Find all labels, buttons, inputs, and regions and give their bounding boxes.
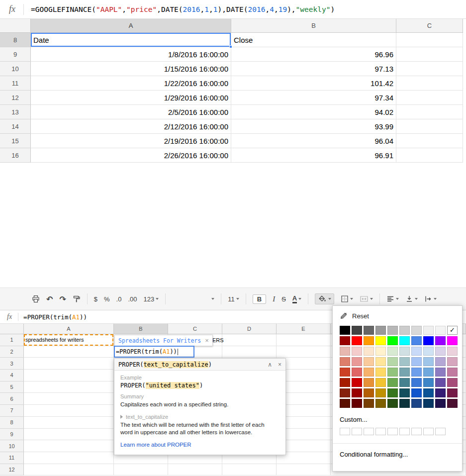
- color-swatch-ffffff[interactable]: ✓: [447, 326, 458, 335]
- color-swatch-a64d79[interactable]: [447, 378, 458, 387]
- borders-button[interactable]: [341, 295, 353, 303]
- row-header-8[interactable]: 8: [0, 417, 24, 429]
- color-swatch-f9cb9c[interactable]: [364, 357, 374, 366]
- color-swatch-c9daf8[interactable]: [411, 347, 422, 356]
- cell-E2[interactable]: [277, 346, 331, 358]
- custom-swatch[interactable]: [435, 428, 446, 435]
- row-header-4[interactable]: 4: [0, 370, 24, 381]
- color-swatch-9fc5e8[interactable]: [423, 357, 434, 366]
- color-swatch-4c1130[interactable]: [447, 399, 458, 408]
- row-header-10[interactable]: 10: [0, 62, 31, 76]
- color-swatch-783f04[interactable]: [364, 399, 374, 408]
- color-swatch-674ea7[interactable]: [435, 378, 446, 387]
- cell-B13[interactable]: 94.02: [231, 105, 396, 119]
- cell-A9[interactable]: 1/8/2016 16:00:00: [31, 47, 231, 62]
- color-swatch-ff00ff[interactable]: [447, 336, 458, 345]
- custom-swatch[interactable]: [387, 428, 398, 435]
- row-header-1[interactable]: 1: [0, 334, 24, 346]
- cell-A6[interactable]: [24, 393, 114, 405]
- color-swatch-f3f3f3[interactable]: [435, 326, 446, 335]
- color-swatch-741b47[interactable]: [447, 388, 458, 397]
- column-header-e[interactable]: E: [277, 324, 331, 334]
- cell-A9[interactable]: [24, 429, 114, 441]
- row-header-11[interactable]: 11: [0, 452, 24, 464]
- cell-D2[interactable]: [222, 346, 277, 358]
- cell-C15[interactable]: [396, 134, 463, 148]
- color-swatch-0b5394[interactable]: [423, 388, 434, 397]
- column-header-c[interactable]: C: [396, 19, 463, 33]
- cell-C10[interactable]: [396, 62, 463, 76]
- cell-C12[interactable]: [168, 464, 222, 476]
- cell-A7[interactable]: [24, 405, 114, 417]
- color-swatch-20124d[interactable]: [435, 399, 446, 408]
- number-format-button[interactable]: 123: [144, 295, 159, 303]
- color-swatch-e06666[interactable]: [352, 368, 362, 377]
- color-swatch-999999[interactable]: [375, 326, 386, 335]
- color-swatch-00ff00[interactable]: [387, 336, 398, 345]
- color-swatch-274e13[interactable]: [387, 399, 398, 408]
- cell-B8[interactable]: Close: [231, 33, 396, 47]
- color-swatch-00ffff[interactable]: [399, 336, 410, 345]
- color-swatch-cc0000[interactable]: [352, 378, 362, 387]
- color-swatch-b45f06[interactable]: [364, 388, 374, 397]
- color-swatch-134f5c[interactable]: [399, 388, 410, 397]
- custom-swatch[interactable]: [340, 428, 350, 435]
- color-swatch-073763[interactable]: [423, 399, 434, 408]
- custom-swatch[interactable]: [423, 428, 434, 435]
- column-header-a[interactable]: A: [24, 324, 114, 334]
- cell-B16[interactable]: 96.91: [231, 148, 396, 163]
- color-swatch-cccccc[interactable]: [399, 326, 410, 335]
- color-swatch-a2c4c9[interactable]: [399, 357, 410, 366]
- formula-input[interactable]: =GOOGLEFINANCE("AAPL","price",DATE(2016,…: [31, 5, 335, 13]
- custom-swatch[interactable]: [411, 428, 422, 435]
- row-header-3[interactable]: 3: [0, 358, 24, 370]
- color-swatch-ffd966[interactable]: [375, 368, 386, 377]
- row-header-15[interactable]: 15: [0, 134, 31, 148]
- cell-C11[interactable]: [396, 76, 463, 91]
- row-header-5[interactable]: 5: [0, 381, 24, 393]
- color-swatch-f6b26b[interactable]: [364, 368, 374, 377]
- row-header-12[interactable]: 12: [0, 464, 24, 476]
- row-header-11[interactable]: 11: [0, 76, 31, 91]
- text-color-button[interactable]: A: [292, 295, 301, 303]
- color-swatch-7f6000[interactable]: [375, 399, 386, 408]
- cell-A4[interactable]: [24, 370, 114, 381]
- color-swatch-9900ff[interactable]: [435, 336, 446, 345]
- color-swatch-666666[interactable]: [364, 326, 374, 335]
- color-swatch-660000[interactable]: [352, 399, 362, 408]
- cell-A16[interactable]: 2/26/2016 16:00:00: [31, 148, 231, 163]
- reset-color-button[interactable]: Reset: [340, 312, 455, 320]
- color-swatch-6aa84f[interactable]: [387, 378, 398, 387]
- column-header-b[interactable]: B: [231, 19, 396, 33]
- color-swatch-ff0000[interactable]: [352, 336, 362, 345]
- cell-A14[interactable]: 2/12/2016 16:00:00: [31, 119, 231, 134]
- color-swatch-6fa8dc[interactable]: [423, 368, 434, 377]
- cell-A3[interactable]: [24, 358, 114, 370]
- cell-A13[interactable]: 2/5/2016 16:00:00: [31, 105, 231, 119]
- font-size-dropdown[interactable]: 11: [228, 295, 239, 303]
- color-swatch-cfe2f3[interactable]: [423, 347, 434, 356]
- cell-C16[interactable]: [396, 148, 463, 163]
- cell-C13[interactable]: [396, 105, 463, 119]
- color-swatch-ea9999[interactable]: [352, 357, 362, 366]
- color-swatch-c27ba0[interactable]: [447, 368, 458, 377]
- color-swatch-5b0f00[interactable]: [340, 399, 350, 408]
- merge-cells-button[interactable]: [360, 295, 373, 303]
- print-button[interactable]: [32, 295, 40, 303]
- custom-swatch[interactable]: [352, 428, 362, 435]
- cell-C8[interactable]: [396, 33, 463, 47]
- cell-B14[interactable]: 93.99: [231, 119, 396, 134]
- color-swatch-434343[interactable]: [352, 326, 362, 335]
- row-header-12[interactable]: 12: [0, 91, 31, 105]
- strikethrough-button[interactable]: S: [281, 295, 286, 303]
- color-swatch-b4a7d6[interactable]: [435, 357, 446, 366]
- custom-swatch[interactable]: [399, 428, 410, 435]
- cell-B9[interactable]: 96.96: [231, 47, 396, 62]
- row-header-14[interactable]: 14: [0, 119, 31, 134]
- cell-A12[interactable]: [24, 464, 114, 476]
- cell-A2[interactable]: [24, 346, 114, 358]
- color-swatch-38761d[interactable]: [387, 388, 398, 397]
- color-swatch-f4cccc[interactable]: [352, 347, 362, 356]
- select-all-corner[interactable]: [0, 19, 31, 33]
- cell-C14[interactable]: [396, 119, 463, 134]
